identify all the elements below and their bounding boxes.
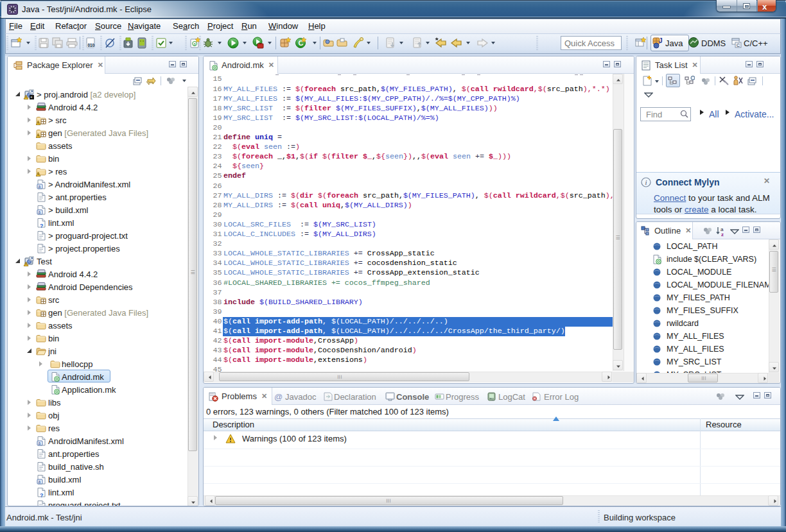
svg-text:a: a xyxy=(39,210,41,214)
svg-text:?: ? xyxy=(40,223,44,228)
svg-text:i: i xyxy=(645,178,647,186)
svg-text:*: * xyxy=(30,95,32,99)
svg-text:?: ? xyxy=(40,492,44,498)
svg-text:010: 010 xyxy=(88,43,95,47)
svg-text:z: z xyxy=(721,232,724,237)
svg-text:J: J xyxy=(659,37,663,44)
svg-text:a: a xyxy=(39,184,41,189)
svg-text:a: a xyxy=(39,479,41,484)
svg-text:a: a xyxy=(39,441,41,445)
svg-text:>_: >_ xyxy=(489,397,494,400)
svg-text:C: C xyxy=(737,43,740,47)
svg-text:@: @ xyxy=(274,392,283,402)
svg-text:a: a xyxy=(193,42,196,46)
